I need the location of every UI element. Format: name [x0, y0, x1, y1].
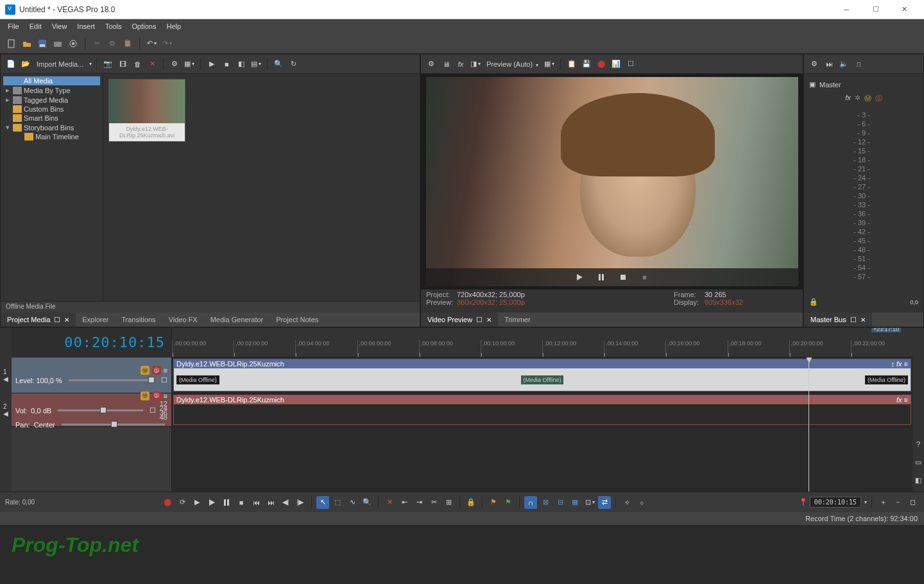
fx-icon[interactable]: fx [845, 94, 851, 103]
undo-button[interactable]: ↶▾ [145, 37, 158, 50]
timeline-help-icon[interactable]: ? [912, 438, 924, 451]
search-icon[interactable]: 🔍 [272, 58, 285, 71]
scopes-icon[interactable]: 📊 [610, 58, 622, 71]
render-button[interactable] [51, 37, 64, 50]
end-marker[interactable]: +23:17:10 [871, 328, 901, 332]
record-button-icon[interactable]: ⬤ [595, 58, 608, 71]
track-solo-button[interactable]: Ⓢ [152, 366, 161, 375]
video-clip[interactable]: Dyldy.e12.WEB-DLRip.25Kuzmich↕ fx ≡ (Med… [173, 359, 911, 391]
paste-button[interactable]: 📋 [121, 37, 134, 50]
mute-icon[interactable]: Ⓜ [864, 94, 871, 103]
menu-help[interactable]: Help [161, 21, 186, 32]
region-icon[interactable]: ⚑ [502, 496, 515, 509]
solo-icon[interactable]: Ⓢ [875, 94, 882, 103]
tree-all-media[interactable]: All Media [3, 76, 100, 85]
split-icon[interactable]: ✂ [427, 496, 440, 509]
tree-main-timeline[interactable]: Main Timeline [15, 132, 100, 141]
menu-file[interactable]: File [3, 21, 24, 32]
stop-icon[interactable]: ■ [235, 496, 248, 509]
preview-menu-icon[interactable]: ≡ [638, 271, 651, 284]
trim-end-icon[interactable]: ⇥ [413, 496, 425, 509]
track-number-1[interactable]: 1◀ [0, 357, 12, 393]
preview-quality-button[interactable]: Preview (Auto) ▾ [484, 60, 541, 68]
tab-explorer[interactable]: Explorer [76, 313, 115, 327]
play-icon[interactable] [205, 496, 218, 509]
zoom-icon[interactable]: 🔍 [361, 496, 373, 509]
get-media-icon[interactable]: 🎞 [116, 58, 129, 71]
copy-snapshot-icon[interactable]: 📋 [565, 58, 578, 71]
snap-markers-icon[interactable]: ⊟ [554, 496, 567, 509]
envelope-icon[interactable]: ∿ [346, 496, 359, 509]
faders-icon[interactable]: ⎍ [852, 58, 865, 71]
track-mute-button[interactable]: Ⓜ [141, 391, 150, 400]
undock-icon[interactable]: ☐ [850, 316, 857, 324]
preview-play-icon[interactable] [573, 271, 586, 284]
zoom-fit-icon[interactable]: ◻ [906, 496, 919, 509]
timeline-fit-icon[interactable]: ◧ [912, 474, 924, 486]
next-frame-icon[interactable]: |▶ [294, 496, 307, 509]
time-ruler[interactable]: +23:17:10 ,00:00:00:00,00:02:00:00 ,00:0… [172, 328, 912, 357]
menu-view[interactable]: View [47, 21, 73, 32]
tree-by-type[interactable]: ▸Media By Type [3, 85, 100, 95]
snap-events-icon[interactable]: ▦ [569, 496, 581, 509]
lock-icon[interactable]: 🔒 [809, 298, 818, 306]
video-track-header[interactable]: Ⓜ Ⓢ ≡ Level: 100,0 % ☐ [12, 357, 171, 393]
lock-icon[interactable]: 🔒 [465, 496, 477, 509]
save-button[interactable] [36, 37, 49, 50]
tab-trimmer[interactable]: Trimmer [498, 313, 537, 327]
track-box-icon[interactable]: ☐ [161, 376, 167, 384]
refresh-icon[interactable]: ↻ [287, 58, 300, 71]
undock-icon[interactable]: ☐ [476, 316, 483, 324]
copy-button[interactable]: ⧉ [106, 37, 119, 50]
pan-slider[interactable] [62, 424, 165, 425]
timeline-split-icon[interactable]: ▭ [912, 456, 924, 468]
track-menu-icon[interactable]: ≡ [164, 366, 167, 374]
capture-icon[interactable]: 📷 [101, 58, 114, 71]
zoom-out-icon[interactable]: － [891, 496, 904, 509]
record-icon[interactable]: ⬤ [161, 496, 174, 509]
stop-media-icon[interactable]: ■ [220, 58, 233, 71]
media-props-icon[interactable]: 📄 [4, 58, 17, 71]
menu-insert[interactable]: Insert [72, 21, 100, 32]
tree-smart[interactable]: Smart Bins [3, 114, 100, 123]
media-settings-icon[interactable]: ⚙ [168, 58, 181, 71]
close-icon[interactable]: ✕ [64, 316, 69, 323]
maximize-button[interactable]: ☐ [861, 1, 890, 19]
tab-project-notes[interactable]: Project Notes [270, 313, 325, 327]
tab-transitions[interactable]: Transitions [115, 313, 162, 327]
snap-icon[interactable]: ∩ [524, 496, 537, 509]
transport-timecode[interactable]: 00:20:10:15 [810, 497, 861, 508]
zoom-in-icon[interactable]: ＋ [877, 496, 889, 509]
track-mute-button[interactable]: Ⓜ [141, 366, 150, 375]
dim-icon[interactable]: 🔈 [837, 58, 850, 71]
undock-icon[interactable]: ☐ [54, 316, 60, 324]
cut-button[interactable]: ✂ [90, 37, 103, 50]
output-device-icon[interactable]: 🖥 [440, 58, 452, 71]
tree-storyboard[interactable]: ▾Storyboard Bins [3, 123, 100, 132]
level-slider[interactable] [69, 379, 155, 381]
tool-delete-icon[interactable]: ✕ [383, 496, 396, 509]
tab-project-media[interactable]: Project Media ☐ ✕ [1, 313, 76, 327]
audio-track-lane[interactable]: Dyldy.e12.WEB-DLRip.25Kuzmichfx ≡ [172, 393, 912, 427]
remove-icon[interactable]: 🗑 [131, 58, 144, 71]
menu-edit[interactable]: Edit [24, 21, 47, 32]
open-button[interactable] [21, 37, 33, 50]
snap-grid-icon[interactable]: ⊠ [539, 496, 552, 509]
preview-props-icon[interactable]: ⚙ [425, 58, 438, 71]
track-solo-button[interactable]: Ⓢ [152, 391, 161, 400]
main-timecode[interactable]: 00:20:10:15 [12, 328, 171, 357]
overlays-icon[interactable]: ▦▾ [543, 58, 556, 71]
menu-options[interactable]: Options [127, 21, 162, 32]
minimize-button[interactable]: ─ [832, 1, 861, 19]
selection-edit-icon[interactable]: ⬚ [331, 496, 344, 509]
marker-icon[interactable]: ⚑ [487, 496, 500, 509]
clip-fx-icon[interactable]: ↕ fx ≡ [891, 360, 908, 368]
master-output-icon[interactable]: ▣ [809, 80, 816, 89]
close-icon[interactable]: ✕ [860, 316, 866, 323]
video-fx-icon[interactable]: fx [454, 58, 467, 71]
menu-tools[interactable]: Tools [100, 21, 127, 32]
close-button[interactable]: ✕ [890, 1, 919, 19]
crossfade-icon[interactable]: ⟡ [620, 496, 633, 509]
autoripple-icon[interactable]: ⇄ [598, 496, 611, 509]
media-thumbnail[interactable]: Dyldy.e12.WEB-DLRip.25Kuzmich.avi [108, 79, 185, 142]
